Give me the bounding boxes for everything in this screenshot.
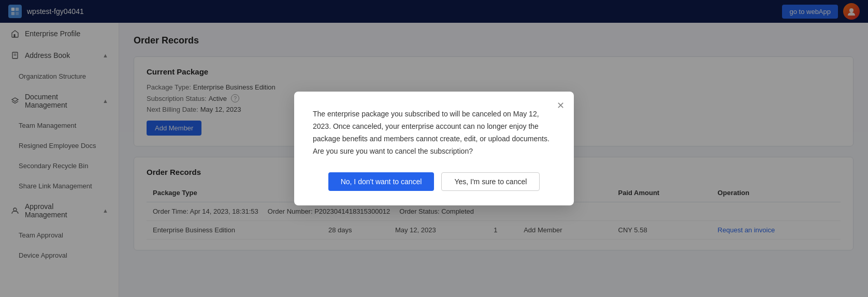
modal-close-button[interactable]: ✕: [557, 100, 565, 111]
no-cancel-button[interactable]: No, I don't want to cancel: [328, 172, 435, 191]
cancel-subscription-modal: ✕ The enterprise package you subscribed …: [294, 92, 574, 205]
modal-actions: No, I don't want to cancel Yes, I'm sure…: [313, 172, 555, 191]
modal-overlay: ✕ The enterprise package you subscribed …: [0, 0, 868, 297]
yes-cancel-button[interactable]: Yes, I'm sure to cancel: [441, 172, 540, 191]
modal-body-text: The enterprise package you subscribed to…: [313, 108, 555, 157]
